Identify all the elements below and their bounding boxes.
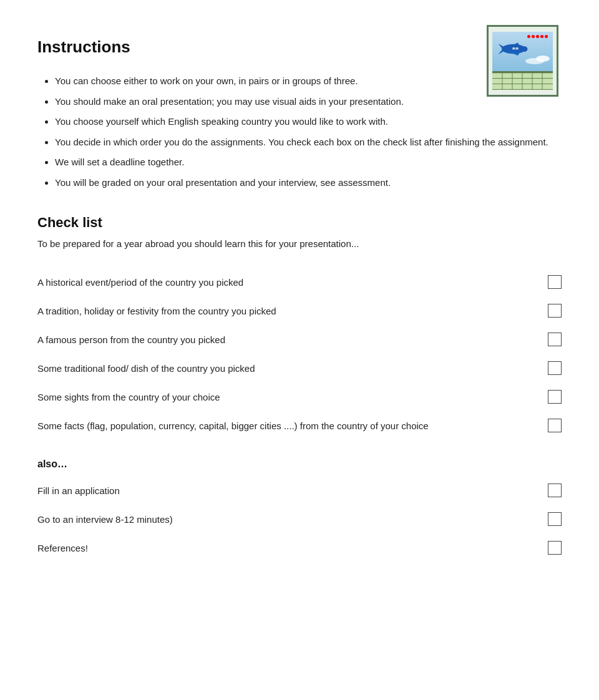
checkbox-also-3[interactable] (548, 541, 562, 555)
checklist-item-3: A famous person from the country you pic… (37, 325, 562, 354)
checklist-section: A historical event/period of the country… (37, 268, 562, 440)
also-item-1: Fill in an application (37, 476, 562, 505)
also-item-2: Go to an interview 8-12 minutes) (37, 505, 562, 533)
checkbox-1[interactable] (548, 275, 562, 289)
instruction-item-5: We will set a deadline together. (55, 155, 562, 170)
plane-icon (497, 37, 530, 62)
checklist-item-1: A historical event/period of the country… (37, 268, 562, 296)
checkbox-6[interactable] (548, 419, 562, 432)
also-item-3: References! (37, 533, 562, 562)
checklist-title: Check list (37, 215, 562, 231)
checklist-item-5: Some sights from the country of your cho… (37, 382, 562, 411)
instruction-item-2: You should make an oral presentation; yo… (55, 95, 562, 109)
instruction-item-3: You choose yourself which English speaki… (55, 115, 562, 129)
also-section: also… Fill in an application Go to an in… (37, 459, 562, 562)
checkbox-3[interactable] (548, 333, 562, 346)
checklist-item-6: Some facts (flag, population, currency, … (37, 411, 562, 440)
checkbox-also-2[interactable] (548, 512, 562, 526)
svg-rect-7 (515, 47, 518, 49)
stamp-decoration (487, 25, 562, 100)
instruction-item-4: You decide in which order you do the ass… (55, 135, 562, 150)
instruction-item-1: You can choose either to work on your ow… (55, 74, 562, 89)
also-title: also… (37, 459, 562, 470)
checkbox-also-1[interactable] (548, 484, 562, 497)
checklist-intro: To be prepared for a year abroad you sho… (37, 238, 562, 249)
svg-rect-6 (512, 47, 515, 49)
page-container: Instructions You can choose either to wo… (37, 37, 562, 562)
checkbox-4[interactable] (548, 361, 562, 375)
instructions-list: You can choose either to work on your ow… (37, 74, 562, 190)
checklist-item-2: A tradition, holiday or festivity from t… (37, 296, 562, 325)
page-title: Instructions (37, 37, 562, 57)
instruction-item-6: You will be graded on your oral presenta… (55, 176, 562, 190)
checkbox-5[interactable] (548, 390, 562, 404)
globe-icon (492, 72, 553, 90)
svg-point-5 (521, 46, 527, 52)
checkbox-2[interactable] (548, 304, 562, 318)
checklist-item-4: Some traditional food/ dish of the count… (37, 354, 562, 382)
